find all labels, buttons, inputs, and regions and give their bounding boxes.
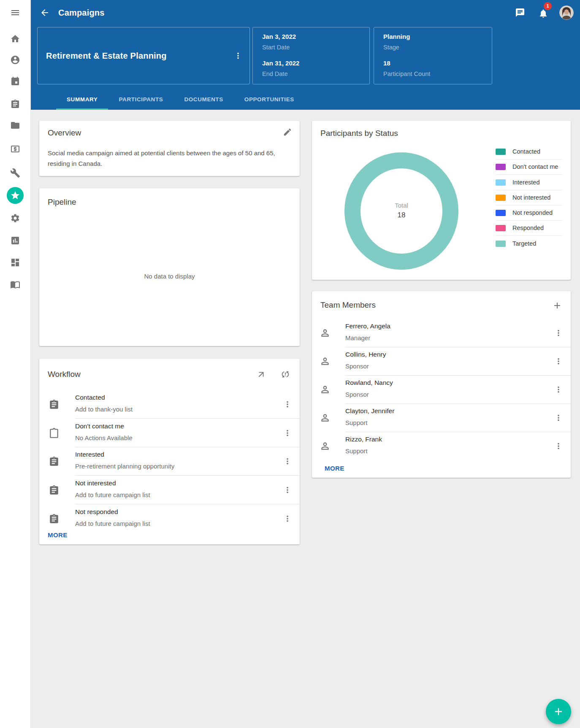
participants-title: Participants by Status [320,129,398,138]
menu-button[interactable] [0,8,30,18]
person-icon [320,327,331,338]
campaign-name: Retirement & Estate Planning [46,27,167,84]
team-member-row[interactable]: Collins, Henry Sponsor [312,347,571,376]
user-avatar[interactable] [559,5,574,20]
back-button[interactable] [40,8,50,18]
sidebar-item-reports[interactable] [0,235,30,246]
tab-documents[interactable]: DOCUMENTS [173,90,233,110]
team-member-menu[interactable] [554,413,563,422]
sidebar-item-documents[interactable] [0,120,30,130]
team-member-role: Manager [345,334,370,341]
workflow-item-title: Interested [75,451,104,458]
chat-icon [515,8,525,18]
legend-item[interactable]: Responded [496,221,562,236]
app-header: Campaigns 1 Retirement & Estate Planning… [30,0,580,110]
workflow-item[interactable]: Not interested Add to future campaign li… [39,476,300,504]
legend-item[interactable]: Targeted [496,236,562,252]
workflow-item-menu[interactable] [283,457,292,466]
team-member-name: Rowland, Nancy [345,379,393,387]
campaign-menu-button[interactable] [233,51,243,60]
participant-count-label: Participant Count [383,70,430,77]
sidebar-item-contacts[interactable] [0,55,30,65]
legend-swatch-not-responded [496,210,506,216]
legend-item[interactable]: Contacted [496,144,562,160]
sidebar-item-home[interactable] [0,34,30,44]
account-circle-icon [10,55,20,65]
team-member-row[interactable]: Ferrero, Angela Manager [312,319,571,347]
legend-label: Don't contact me [512,160,558,174]
tab-opportunities[interactable]: OPPORTUNITIES [234,90,305,110]
team-member-row[interactable]: Rizzo, Frank Support [312,432,571,460]
team-member-menu[interactable] [554,357,563,366]
folder-icon [10,120,20,130]
workflow-item-menu[interactable] [283,514,292,523]
legend-item[interactable]: Not responded [496,206,562,221]
campaigns-star-icon [7,187,24,204]
sidebar-item-tasks[interactable] [0,99,30,109]
participants-by-status-card: Participants by Status Total 18 Contacte… [312,121,571,280]
team-member-role: Sponsor [345,391,369,398]
team-member-menu[interactable] [554,385,563,394]
sidebar-item-money[interactable] [0,144,30,154]
divider [496,174,562,175]
sidebar-item-settings[interactable] [0,213,30,223]
team-more-button[interactable]: MORE [325,465,344,472]
kebab-icon [283,428,292,438]
clipboard-filled-icon [49,514,60,525]
clipboard-filled-icon [49,399,60,410]
workflow-item[interactable]: Interested Pre-retirement planning oppor… [39,447,300,476]
clipboard-icon [10,99,20,109]
team-member-menu[interactable] [554,328,563,338]
workflow-item-title: Not interested [75,479,116,487]
workflow-item-menu[interactable] [283,428,292,438]
hamburger-icon [10,8,20,18]
legend-swatch-targeted [496,241,506,247]
workflow-item[interactable]: Not responded Add to future campaign lis… [39,505,300,533]
team-member-row[interactable]: Rowland, Nancy Sponsor [312,376,571,404]
tab-participants[interactable]: PARTICIPANTS [108,90,173,110]
workflow-sync-button[interactable] [281,370,290,379]
legend-item[interactable]: Interested [496,175,562,190]
team-member-name: Collins, Henry [345,351,386,358]
team-member-role: Support [345,419,368,426]
legend-item[interactable]: Not interested [496,190,562,206]
divider [75,504,300,504]
sidebar-item-campaigns-active[interactable] [0,187,30,204]
kebab-icon [283,400,292,409]
campaign-stage-card: Planning Stage 18 Participant Count [374,27,492,84]
avatar-photo [559,5,574,20]
plus-icon [553,706,564,717]
sidebar-item-book[interactable] [0,279,30,290]
legend-swatch-interested [496,179,506,186]
edit-overview-button[interactable] [283,127,292,137]
team-member-role: Support [345,447,368,455]
campaign-dates-card: Jan 3, 2022 Start Date Jan 31, 2022 End … [252,27,370,84]
legend-label: Not interested [512,190,550,205]
kebab-icon [554,413,563,422]
kebab-icon [283,457,292,466]
sidebar-item-dashboard[interactable] [0,257,30,268]
overview-body: Social media campaign aimed at potential… [48,148,289,169]
notification-badge: 1 [544,2,552,10]
sidebar-item-calendar[interactable] [0,76,30,87]
chat-button[interactable] [515,8,525,18]
workflow-item-subtitle: Add to future campaign list [75,520,150,527]
workflow-item-menu[interactable] [283,485,292,495]
workflow-item-subtitle: Add to future campaign list [75,491,150,498]
donut-total-label: Total [359,202,444,209]
workflow-open-button[interactable] [257,370,266,379]
workflow-item[interactable]: Don't contact me No Actions Available [39,419,300,447]
workflow-item-menu[interactable] [283,400,292,409]
workflow-more-button[interactable]: MORE [48,531,68,539]
tab-summary[interactable]: SUMMARY [56,90,108,110]
sidebar-item-tools[interactable] [0,168,30,178]
legend-item[interactable]: Don't contact me [496,160,562,175]
add-fab-button[interactable] [546,699,571,724]
start-date-value: Jan 3, 2022 [262,33,296,40]
person-icon [320,384,331,395]
workflow-item[interactable]: Contacted Add to thank-you list [39,390,300,419]
team-member-menu[interactable] [554,441,563,451]
add-team-member-button[interactable] [552,300,562,311]
team-member-row[interactable]: Clayton, Jennifer Support [312,404,571,432]
legend-label: Targeted [512,236,536,251]
